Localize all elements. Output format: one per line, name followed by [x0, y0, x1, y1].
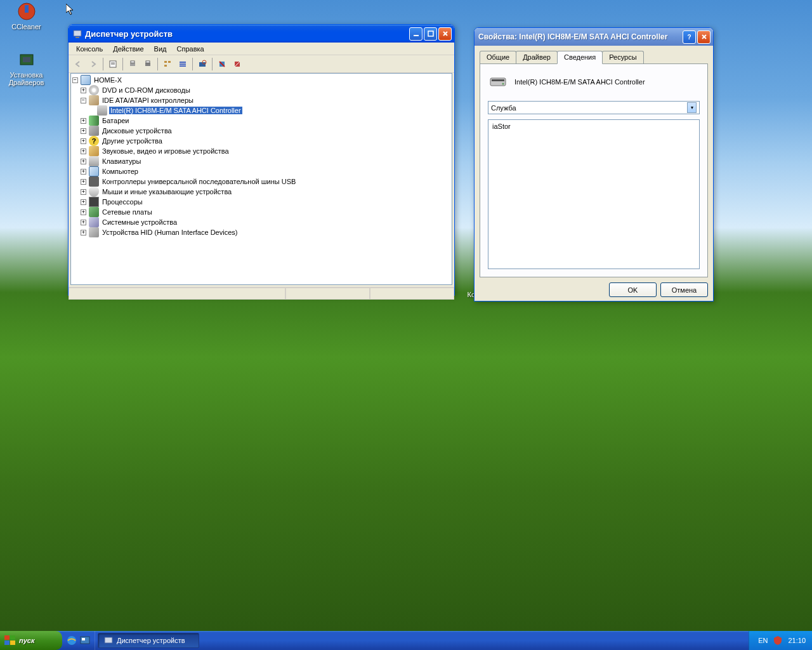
- tree-node-icon: [89, 207, 99, 217]
- toolbar-print2-button[interactable]: [141, 57, 155, 71]
- tree-node-icon: [89, 217, 99, 227]
- tree-toggle-icon[interactable]: +: [81, 199, 86, 205]
- maximize-button[interactable]: [424, 27, 437, 41]
- tree-node-label: Другие устройства: [101, 137, 164, 145]
- tree-toggle-icon[interactable]: +: [81, 230, 86, 235]
- language-indicator[interactable]: EN: [758, 637, 768, 644]
- device-name: Intel(R) ICH8M-E/M SATA AHCI Controller: [514, 78, 645, 86]
- tree-toggle-icon[interactable]: +: [81, 149, 86, 154]
- help-button[interactable]: ?: [683, 30, 696, 44]
- tray-shield-icon[interactable]: [773, 635, 783, 646]
- property-dropdown[interactable]: Служба ▾: [488, 101, 700, 114]
- windows-logo-icon: [4, 635, 16, 646]
- svg-rect-5: [75, 37, 79, 38]
- tree-node-label: IDE ATA/ATAPI контроллеры: [101, 96, 195, 104]
- statusbar: [69, 287, 454, 300]
- desktop-icon-ccleaner[interactable]: CCleaner: [3, 1, 50, 30]
- tree-root[interactable]: −HOME-X: [72, 75, 450, 85]
- tree-toggle-icon[interactable]: +: [81, 128, 86, 134]
- tree-category[interactable]: +Батареи: [72, 116, 450, 126]
- close-button[interactable]: [438, 27, 452, 41]
- tree-toggle-icon[interactable]: −: [72, 77, 78, 83]
- svg-rect-15: [164, 61, 167, 63]
- tree-toggle-icon[interactable]: +: [81, 159, 86, 164]
- menu-view[interactable]: Вид: [149, 44, 172, 53]
- minimize-button[interactable]: [409, 27, 422, 41]
- tree-toggle-icon[interactable]: +: [81, 220, 86, 225]
- tree-category[interactable]: +DVD и CD-ROM дисководы: [72, 85, 450, 95]
- toolbar-separator: [122, 58, 123, 70]
- tree-node-icon: [89, 126, 99, 136]
- toolbar-uninstall-button[interactable]: [215, 57, 229, 71]
- tree-category[interactable]: +Процессоры: [72, 197, 450, 207]
- show-desktop-icon[interactable]: [79, 635, 91, 646]
- tree-node-label: Батареи: [101, 117, 131, 124]
- device-tree[interactable]: −HOME-X+DVD и CD-ROM дисководы−IDE ATA/A…: [70, 73, 452, 285]
- toolbar-separator: [157, 58, 158, 70]
- dropdown-value: Служба: [491, 104, 687, 112]
- tree-category[interactable]: +Мыши и иные указывающие устройства: [72, 187, 450, 197]
- tree-node-label: Звуковые, видео и игровые устройства: [101, 147, 230, 155]
- tab-resources[interactable]: Ресурсы: [602, 51, 643, 63]
- svg-point-27: [502, 83, 504, 85]
- toolbar-disable-button[interactable]: [230, 57, 244, 71]
- tree-category[interactable]: +Сетевые платы: [72, 207, 450, 217]
- tree-toggle-icon[interactable]: +: [81, 138, 86, 144]
- tab-general[interactable]: Общие: [480, 51, 516, 63]
- tree-category[interactable]: +Клавиатуры: [72, 156, 450, 166]
- ok-button[interactable]: OK: [609, 282, 657, 297]
- tree-category[interactable]: +Контроллеры универсальной последователь…: [72, 176, 450, 187]
- tree-toggle-icon[interactable]: +: [81, 209, 86, 215]
- desktop-icon-driver-install[interactable]: Установка Драйверов: [3, 50, 50, 86]
- svg-rect-30: [4, 640, 10, 645]
- taskbar-task-device-manager[interactable]: Диспетчер устройств: [98, 633, 199, 648]
- tree-toggle-icon[interactable]: +: [81, 179, 86, 185]
- menu-help[interactable]: Справка: [172, 44, 209, 53]
- tree-node-icon: [89, 197, 99, 207]
- toolbar-properties-button[interactable]: [106, 57, 120, 71]
- tree-node-label: HOME-X: [93, 76, 123, 84]
- tree-category[interactable]: +Системные устройства: [72, 217, 450, 227]
- menu-action[interactable]: Действие: [108, 44, 148, 53]
- cancel-button[interactable]: Отмена: [660, 282, 708, 297]
- tree-toggle-icon[interactable]: +: [81, 169, 86, 175]
- tree-node-icon: [89, 146, 99, 156]
- toolbar-forward-button[interactable]: [86, 57, 100, 71]
- svg-rect-19: [180, 63, 186, 65]
- toolbar-print-button[interactable]: [126, 57, 140, 71]
- tree-category[interactable]: +Устройства HID (Human Interface Devices…: [72, 227, 450, 237]
- toolbar-separator: [192, 58, 193, 70]
- start-button[interactable]: пуск: [0, 631, 62, 650]
- tree-node-icon: ?: [89, 136, 99, 146]
- taskbar: пуск Диспетчер устройств EN 21:10: [0, 631, 812, 650]
- menu-console[interactable]: Консоль: [71, 44, 108, 53]
- toolbar-scan-button[interactable]: [195, 57, 209, 71]
- toolbar-back-button[interactable]: [71, 57, 85, 71]
- tree-node-icon: [89, 95, 99, 105]
- tab-driver[interactable]: Драйвер: [516, 51, 558, 63]
- tree-category[interactable]: +?Другие устройства: [72, 136, 450, 146]
- tree-toggle-icon[interactable]: +: [81, 189, 86, 195]
- close-button[interactable]: [697, 30, 710, 44]
- property-value[interactable]: iaStor: [488, 119, 700, 269]
- tree-node-label: Дисковые устройства: [101, 127, 173, 135]
- tree-category[interactable]: +Компьютер: [72, 166, 450, 176]
- tree-toggle-icon[interactable]: +: [81, 88, 86, 93]
- tab-details[interactable]: Сведения: [557, 51, 603, 64]
- tree-toggle-icon[interactable]: −: [81, 98, 86, 103]
- tree-category[interactable]: −IDE ATA/ATAPI контроллеры: [72, 95, 450, 105]
- toolbar-tree-button[interactable]: [160, 57, 174, 71]
- device-manager-icon: [103, 635, 114, 646]
- tree-category[interactable]: +Звуковые, видео и игровые устройства: [72, 146, 450, 156]
- clock[interactable]: 21:10: [788, 637, 806, 644]
- properties-window: Свойства: Intel(R) ICH8M-E/M SATA AHCI C…: [474, 27, 714, 302]
- tree-device[interactable]: Intel(R) ICH8M-E/M SATA AHCI Controller: [72, 105, 450, 116]
- toolbar-list-button[interactable]: [176, 57, 190, 71]
- tree-toggle-icon[interactable]: +: [81, 118, 86, 124]
- svg-rect-26: [492, 79, 504, 81]
- device-manager-titlebar[interactable]: Диспетчер устройств: [69, 25, 454, 43]
- properties-titlebar[interactable]: Свойства: Intel(R) ICH8M-E/M SATA AHCI C…: [475, 28, 713, 46]
- ie-icon[interactable]: [66, 635, 77, 646]
- svg-rect-1: [25, 5, 29, 13]
- tree-category[interactable]: +Дисковые устройства: [72, 126, 450, 136]
